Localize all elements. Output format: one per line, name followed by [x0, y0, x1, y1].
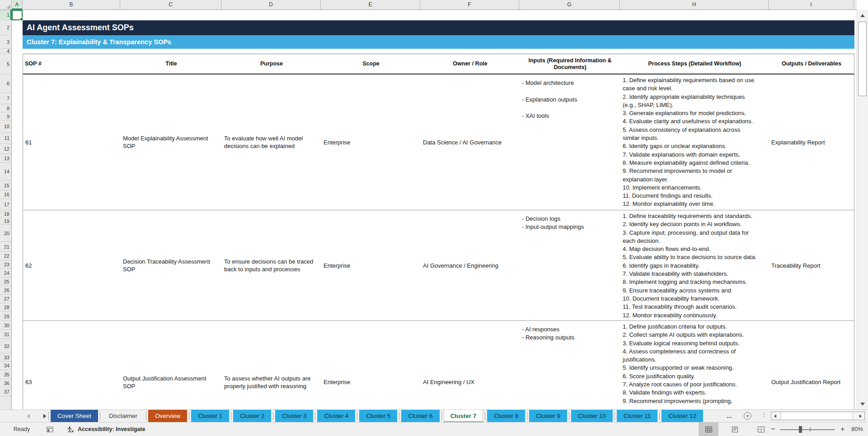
cell-scope-62[interactable]: Enterprise — [321, 210, 421, 320]
row-header-12[interactable]: 12 — [0, 144, 11, 154]
horizontal-scrollbar[interactable] — [771, 412, 865, 420]
selected-cell-outline[interactable] — [12, 10, 23, 20]
cell-scope-63[interactable]: Enterprise — [321, 321, 421, 409]
row-header-31[interactable]: 31 — [0, 330, 11, 339]
column-title-0[interactable]: SOP # — [23, 54, 121, 74]
cell-owner-62[interactable]: AI Governance / Engineering — [421, 210, 520, 320]
cell-purpose-63[interactable]: To assess whether AI outputs are properl… — [222, 321, 321, 409]
row-header-28[interactable]: 28 — [0, 303, 11, 312]
row-header-14[interactable]: 14 — [0, 163, 11, 181]
accessibility-status-label[interactable]: Accessibility: Investigate — [78, 422, 145, 436]
row-header-8[interactable]: 8 — [0, 104, 11, 112]
row-header-19[interactable]: 19 — [0, 218, 11, 225]
row-header-23[interactable]: 23 — [0, 260, 11, 269]
sheet-tab-cluster-9[interactable]: Cluster 9 — [529, 410, 567, 422]
new-sheet-button[interactable]: + — [744, 412, 751, 420]
cluster-subtitle-banner[interactable]: Cluster 7: Explainability & Transparency… — [23, 35, 854, 49]
column-header-F[interactable]: F — [420, 0, 519, 9]
row-header-32[interactable]: 32 — [0, 339, 11, 353]
normal-view-button[interactable] — [699, 422, 718, 436]
cell-inputs-61[interactable]: - Model architecture - Explanation outpu… — [520, 74, 620, 210]
cell-inputs-62[interactable]: - Decision logs - Input-output mappings — [520, 210, 620, 320]
row-header-34[interactable]: 34 — [0, 362, 11, 370]
scroll-down-button[interactable] — [857, 399, 868, 409]
cell-inputs-63[interactable]: - AI responses - Reasoning outputs — [520, 321, 620, 409]
row-header-11[interactable]: 11 — [0, 133, 11, 144]
sheet-tab-disclaimer[interactable]: Disclaimer — [102, 410, 144, 422]
column-header-B[interactable]: B — [23, 0, 120, 9]
sheet-tab-cluster-10[interactable]: Cluster 10 — [571, 410, 613, 422]
page-break-preview-button[interactable] — [751, 422, 771, 436]
macro-record-icon[interactable] — [47, 427, 53, 434]
vertical-scrollbar[interactable] — [857, 10, 868, 409]
column-header-I[interactable]: I — [769, 0, 854, 9]
row-header-37[interactable]: 37 — [0, 388, 11, 396]
select-all-button[interactable] — [0, 0, 12, 9]
cell-purpose-61[interactable]: To evaluate how well AI model decisions … — [222, 74, 321, 210]
more-sheets-button[interactable]: ... — [727, 410, 732, 422]
sheet-tab-cluster-6[interactable]: Cluster 6 — [401, 410, 439, 422]
scroll-up-button[interactable] — [857, 10, 868, 21]
horizontal-scrollbar-thumb[interactable] — [781, 412, 853, 420]
sheet-tab-cluster-5[interactable]: Cluster 5 — [359, 410, 397, 422]
cell-purpose-62[interactable]: To ensure decisions can be traced back t… — [222, 210, 321, 320]
cell-sop-number-62[interactable]: 62 — [23, 210, 121, 320]
column-header-H[interactable]: H — [620, 0, 769, 9]
row-header-16[interactable]: 16 — [0, 190, 11, 199]
zoom-slider-thumb[interactable] — [799, 426, 802, 433]
column-header-E[interactable]: E — [321, 0, 420, 9]
row-header-26[interactable]: 26 — [0, 286, 11, 295]
sheet-tab-overview[interactable]: Overview — [148, 410, 187, 422]
column-title-2[interactable]: Purpose — [222, 54, 321, 74]
row-header-1[interactable]: 1 — [0, 10, 11, 20]
zoom-level-label[interactable]: 80% — [851, 422, 863, 436]
column-title-3[interactable]: Scope — [321, 54, 421, 74]
column-header-G[interactable]: G — [519, 0, 620, 9]
fill-handle[interactable] — [20, 18, 23, 21]
row-header-21[interactable]: 21 — [0, 242, 11, 252]
row-header-27[interactable]: 27 — [0, 295, 11, 303]
row-header-2[interactable]: 2 — [0, 20, 11, 35]
row-header-20[interactable]: 20 — [0, 225, 11, 242]
page-layout-view-button[interactable] — [725, 422, 745, 436]
column-title-6[interactable]: Process Steps (Detailed Workflow) — [620, 54, 769, 74]
row-header-4[interactable]: 4 — [0, 49, 11, 54]
row-header-9[interactable]: 9 — [0, 112, 11, 121]
column-title-4[interactable]: Owner / Role — [421, 54, 520, 74]
sheet-title-banner[interactable]: AI Agent Assessment SOPs — [23, 20, 854, 35]
column-title-1[interactable]: Title — [121, 54, 222, 74]
cell-owner-63[interactable]: AI Engineering / UX — [421, 321, 520, 409]
cell-sop-number-63[interactable]: 63 — [23, 321, 121, 409]
zoom-slider-track[interactable] — [780, 429, 835, 430]
row-header-35[interactable]: 35 — [0, 370, 11, 379]
arrow-right-icon[interactable] — [859, 414, 862, 418]
cell-title-63[interactable]: Output Justification Assessment SOP — [121, 321, 222, 409]
sheet-tab-cover-sheet[interactable]: Cover Sheet — [51, 410, 98, 422]
cell-title-61[interactable]: Model Explainability Assessment SOP — [121, 74, 222, 210]
row-header-13[interactable]: 13 — [0, 154, 11, 163]
row-header-36[interactable]: 36 — [0, 379, 11, 388]
row-header-15[interactable]: 15 — [0, 181, 11, 190]
sheet-tab-cluster-11[interactable]: Cluster 11 — [617, 410, 658, 422]
zoom-in-button[interactable]: + — [840, 422, 845, 436]
accessibility-icon[interactable] — [66, 426, 74, 434]
column-title-5[interactable]: Inputs (Required Information & Documents… — [520, 54, 620, 74]
column-title-7[interactable]: Outputs / Deliverables — [769, 54, 854, 74]
row-header-10[interactable]: 10 — [0, 121, 11, 133]
cell-owner-61[interactable]: Data Science / AI Governance — [421, 74, 520, 210]
cell-output-61[interactable]: Explainability Report — [769, 74, 854, 210]
sheet-tab-cluster-1[interactable]: Cluster 1 — [191, 410, 229, 422]
tab-scroll-left-icon[interactable] — [27, 414, 30, 418]
row-header-3[interactable]: 3 — [0, 35, 11, 49]
cell-process-steps-61[interactable]: 1. Define explainability requirements ba… — [620, 74, 769, 210]
row-header-6[interactable]: 6 — [0, 74, 11, 93]
row-header-33[interactable]: 33 — [0, 353, 11, 362]
row-header-24[interactable]: 24 — [0, 269, 11, 278]
cell-title-62[interactable]: Decision Traceability Assessment SOP — [121, 210, 222, 320]
cell-scope-61[interactable]: Enterprise — [321, 74, 421, 210]
row-header-29[interactable]: 29 — [0, 312, 11, 321]
sheet-tab-cluster-3[interactable]: Cluster 3 — [275, 410, 313, 422]
cell-output-62[interactable]: Traceability Report — [769, 210, 854, 320]
row-header-30[interactable]: 30 — [0, 321, 11, 330]
cell-sop-number-61[interactable]: 61 — [23, 74, 121, 210]
